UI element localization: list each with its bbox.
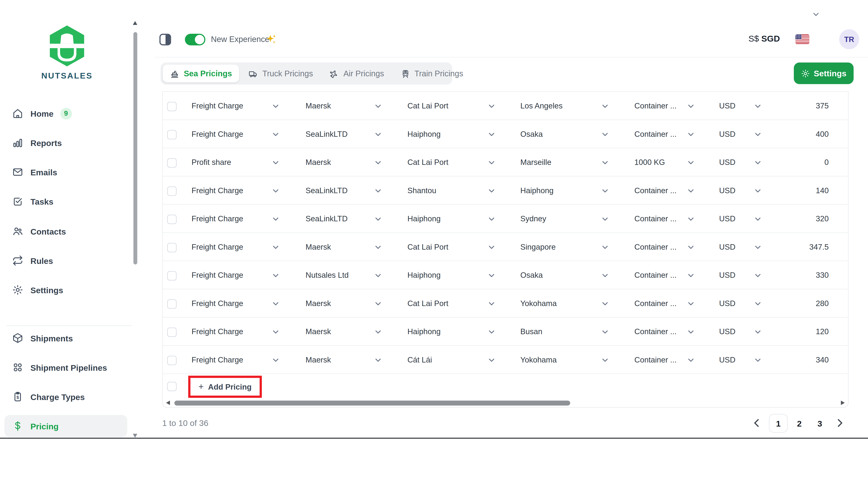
destination-cell[interactable]: Busan xyxy=(520,318,542,345)
amount-cell[interactable]: 120 xyxy=(816,318,829,345)
new-experience-toggle[interactable] xyxy=(185,34,205,45)
row-checkbox[interactable] xyxy=(167,299,177,309)
unit-cell[interactable]: Container ... xyxy=(634,205,677,232)
unit-cell[interactable]: Container ... xyxy=(634,233,677,261)
scroll-left-arrow-icon[interactable] xyxy=(166,401,170,405)
origin-cell[interactable]: Cat Lai Port xyxy=(407,233,448,261)
chevron-down-icon[interactable] xyxy=(602,302,608,305)
sidebar-collapse-icon[interactable] xyxy=(159,34,171,45)
amount-cell[interactable]: 330 xyxy=(816,261,829,289)
previous-page-icon[interactable] xyxy=(754,419,759,427)
chevron-down-icon[interactable] xyxy=(273,217,278,221)
unit-cell[interactable]: Container ... xyxy=(634,92,677,120)
carrier-cell[interactable]: SeaLinkLTD xyxy=(306,205,348,232)
sidebar-item-charge-types[interactable]: $Charge Types xyxy=(4,386,127,408)
chevron-down-icon[interactable] xyxy=(755,246,761,249)
currency-cell[interactable]: USD xyxy=(719,318,735,345)
chevron-down-icon[interactable] xyxy=(688,161,694,164)
currency-cell[interactable]: USD xyxy=(719,120,735,148)
chevron-down-icon[interactable] xyxy=(688,358,694,362)
carrier-cell[interactable]: Maersk xyxy=(306,92,331,120)
row-checkbox[interactable] xyxy=(167,186,177,196)
charge-type-cell[interactable]: Freight Charge xyxy=(191,318,243,345)
chevron-down-icon[interactable] xyxy=(688,133,694,136)
page-button-1[interactable]: 1 xyxy=(769,414,788,433)
chevron-down-icon[interactable] xyxy=(755,133,761,136)
chevron-down-icon[interactable] xyxy=(489,302,494,305)
chevron-down-icon[interactable] xyxy=(273,161,278,164)
chevron-down-icon[interactable] xyxy=(602,273,608,277)
tab-train-pricings[interactable]: Train Pricings xyxy=(394,65,470,82)
chevron-down-icon[interactable] xyxy=(489,104,494,108)
sidebar-item-pricing[interactable]: Pricing xyxy=(4,415,127,437)
chevron-down-icon[interactable] xyxy=(273,302,278,305)
origin-cell[interactable]: Haiphong xyxy=(407,205,441,232)
chevron-down-icon[interactable] xyxy=(755,273,761,277)
scroll-up-arrow-icon[interactable] xyxy=(133,21,137,25)
chevron-down-icon[interactable] xyxy=(755,358,761,362)
origin-cell[interactable]: Haiphong xyxy=(407,318,441,345)
amount-cell[interactable]: 0 xyxy=(825,148,829,176)
origin-cell[interactable]: Haiphong xyxy=(407,120,441,148)
amount-cell[interactable]: 320 xyxy=(816,205,829,232)
carrier-cell[interactable]: Maersk xyxy=(306,289,331,317)
chevron-down-icon[interactable] xyxy=(273,330,278,333)
chevron-down-icon[interactable] xyxy=(688,330,694,333)
amount-cell[interactable]: 280 xyxy=(816,289,829,317)
currency-cell[interactable]: USD xyxy=(719,92,735,120)
chevron-down-icon[interactable] xyxy=(375,104,381,108)
origin-cell[interactable]: Cat Lai Port xyxy=(407,92,448,120)
chevron-down-icon[interactable] xyxy=(755,161,761,164)
chevron-down-icon[interactable] xyxy=(375,246,381,249)
chevron-down-icon[interactable] xyxy=(375,189,381,193)
charge-type-cell[interactable]: Freight Charge xyxy=(191,233,243,261)
chevron-down-icon[interactable] xyxy=(375,133,381,136)
chevron-down-icon[interactable] xyxy=(375,161,381,164)
chevron-down-icon[interactable] xyxy=(602,330,608,333)
sidebar-item-shipments[interactable]: Shipments xyxy=(4,327,127,349)
chevron-down-icon[interactable] xyxy=(755,189,761,193)
sidebar-item-contacts[interactable]: Contacts xyxy=(4,220,127,242)
currency-cell[interactable]: USD xyxy=(719,205,735,232)
origin-cell[interactable]: Shantou xyxy=(407,176,436,204)
destination-cell[interactable]: Yokohama xyxy=(520,346,557,373)
tab-truck-pricings[interactable]: Truck Pricings xyxy=(241,65,320,82)
origin-cell[interactable]: Cát Lái xyxy=(407,346,432,373)
chevron-down-icon[interactable] xyxy=(489,246,494,249)
row-checkbox[interactable] xyxy=(167,356,177,365)
chevron-down-icon[interactable] xyxy=(489,133,494,136)
amount-cell[interactable]: 375 xyxy=(816,92,829,120)
chevron-down-icon[interactable] xyxy=(755,302,761,305)
chevron-down-icon[interactable] xyxy=(375,273,381,277)
charge-type-cell[interactable]: Freight Charge xyxy=(191,346,243,373)
unit-cell[interactable]: Container ... xyxy=(634,120,677,148)
sidebar-item-emails[interactable]: Emails xyxy=(4,161,127,183)
currency-cell[interactable]: USD xyxy=(719,289,735,317)
unit-cell[interactable]: Container ... xyxy=(634,289,677,317)
chevron-down-icon[interactable] xyxy=(489,217,494,221)
chevron-down-icon[interactable] xyxy=(602,358,608,362)
charge-type-cell[interactable]: Freight Charge xyxy=(191,205,243,232)
sidebar-item-settings[interactable]: Settings xyxy=(4,279,127,301)
chevron-down-icon[interactable] xyxy=(489,273,494,277)
page-button-3[interactable]: 3 xyxy=(813,414,827,433)
chevron-down-icon[interactable] xyxy=(273,104,278,108)
carrier-cell[interactable]: Maersk xyxy=(306,318,331,345)
carrier-cell[interactable]: SeaLinkLTD xyxy=(306,176,348,204)
charge-type-cell[interactable]: Freight Charge xyxy=(191,289,243,317)
avatar[interactable]: TR xyxy=(839,29,859,49)
horizontal-scrollbar[interactable] xyxy=(163,399,848,406)
chevron-down-icon[interactable] xyxy=(602,189,608,193)
currency-cell[interactable]: USD xyxy=(719,346,735,373)
tab-air-pricings[interactable]: Air Pricings xyxy=(322,65,391,82)
chevron-down-icon[interactable] xyxy=(375,217,381,221)
currency-cell[interactable]: USD xyxy=(719,233,735,261)
chevron-down-icon[interactable] xyxy=(688,104,694,108)
chevron-down-icon[interactable] xyxy=(602,161,608,164)
chevron-down-icon[interactable] xyxy=(273,133,278,136)
language-flag-icon[interactable] xyxy=(796,34,809,44)
chevron-down-icon[interactable] xyxy=(602,104,608,108)
sidebar-scrollbar-thumb[interactable] xyxy=(133,32,137,264)
amount-cell[interactable]: 340 xyxy=(816,346,829,373)
charge-type-cell[interactable]: Freight Charge xyxy=(191,120,243,148)
